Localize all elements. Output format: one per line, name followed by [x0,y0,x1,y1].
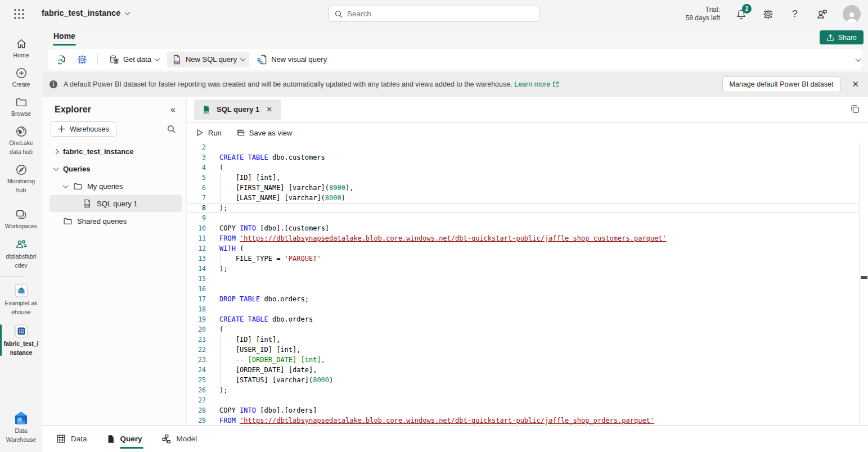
refresh-dataset-button[interactable] [53,52,70,67]
view-tab-data[interactable]: Data [56,426,87,452]
settings-gear-button[interactable] [74,52,91,67]
code-line-28[interactable]: 28COPY INTO [dbo].[orders] [187,405,859,415]
rail-item-workspace-dbtlabsfabricdev[interactable]: dbtlabsfabricdev [0,234,42,273]
banner-close-icon[interactable]: ✕ [849,79,861,89]
banner-message: A default Power BI dataset for faster re… [64,80,559,88]
tree-item-fabric-test-instance[interactable]: fabric_test_instance [50,143,182,160]
view-tab-query[interactable]: Query [106,426,142,452]
new-visual-query-button[interactable]: New visual query [253,52,331,67]
topbar-actions: Trial: 58 days left 2 ? [686,0,868,28]
code-line-18[interactable]: 18 [187,304,859,314]
database-icon [109,55,119,65]
code-line-29[interactable]: 29FROM 'https://dbtlabsynapsedatalake.bl… [187,415,859,425]
code-text: [LAST_NAME] [varchar](8000) [219,193,345,203]
code-line-8[interactable]: 8); [187,203,859,213]
code-line-19[interactable]: 19CREATE TABLE dbo.orders [187,314,859,324]
tree-item-queries[interactable]: Queries [50,160,182,177]
rail-item-home[interactable]: Home [0,34,42,63]
run-button[interactable]: Run [196,129,222,137]
code-line-4[interactable]: 4( [187,162,859,173]
editor-scrollbar[interactable] [860,142,868,425]
learn-more-link[interactable]: Learn more [514,80,559,88]
add-warehouses-button[interactable]: Warehouses [51,121,116,137]
code-text: FROM 'https://dbtlabsynapsedatalake.blob… [219,233,667,243]
tree-item-my-queries[interactable]: My queries [50,178,182,195]
tab-close-icon[interactable]: ✕ [265,105,273,114]
code-line-10[interactable]: 10COPY INTO [dbo].[customers] [187,223,859,233]
code-text: ( [219,324,223,335]
code-line-20[interactable]: 20( [187,324,859,335]
rail-item-data-warehouse[interactable]: DataWarehouse [0,406,42,448]
search-input[interactable] [347,10,534,18]
new-sql-query-button[interactable]: SQL New SQL query [167,52,249,67]
code-line-23[interactable]: 23 -- [ORDER_DATE] [int], [187,355,859,365]
tree-item-shared-queries[interactable]: Shared queries [50,213,182,229]
chevron-down-icon [240,56,246,61]
code-line-24[interactable]: 24 [ORDER_DATE] [date], [187,365,859,375]
sql-code-editor[interactable]: 23CREATE TABLE dbo.customers4(5 [ID] [in… [187,142,860,425]
code-line-7[interactable]: 7 [LAST_NAME] [varchar](8000) [187,193,859,203]
rail-item-monitoring-hub[interactable]: Monitoringhub [0,160,42,198]
tree-item-sql-query-1[interactable]: SQLSQL query 1 [50,195,182,212]
code-line-15[interactable]: 15 [187,274,859,284]
code-text: FILE_TYPE = 'PARQUET' [219,254,321,264]
rail-item-create[interactable]: Create [0,63,42,92]
code-line-25[interactable]: 25 [STATUS] [varchar](8000) [187,375,859,385]
view-tab-model[interactable]: Model [161,426,197,452]
code-line-14[interactable]: 14); [187,264,859,274]
external-link-icon [552,81,559,88]
rail-item-label: fabric_test_i [4,340,39,347]
code-line-27[interactable]: 27 [187,395,859,405]
svg-text:SQL: SQL [204,110,209,113]
code-line-2[interactable]: 2 [187,142,859,152]
code-line-6[interactable]: 6 [FIRST_NAME] [varchar](8000), [187,183,859,193]
global-search[interactable] [329,6,540,22]
code-line-21[interactable]: 21 [ID] [int], [187,335,859,345]
rail-item-item-examplelakehouse[interactable]: ExampleLakehouse [0,279,42,320]
save-as-view-button[interactable]: Save as view [236,129,293,137]
get-data-button[interactable]: Get data [105,52,164,67]
settings-button[interactable] [762,8,774,20]
rail-item-item-fabric-test-instance[interactable]: fabric_test_instance [0,320,42,360]
code-line-12[interactable]: 12WITH ( [187,243,859,254]
notifications-button[interactable]: 2 [735,8,747,20]
code-line-26[interactable]: 26); [187,385,859,395]
line-number: 13 [187,254,206,264]
rail-item-workspaces[interactable]: Workspaces [0,204,42,234]
folder-icon [73,182,83,191]
line-number: 7 [187,193,206,203]
app-launcher-icon[interactable] [12,7,26,21]
feedback-button[interactable] [816,8,828,20]
share-button[interactable]: Share [820,30,863,44]
code-text: DROP TABLE dbo.orders; [219,294,309,304]
line-number: 22 [187,345,206,355]
model-icon [161,434,172,444]
manage-dataset-button[interactable]: Manage default Power BI dataset [722,76,841,92]
line-number: 26 [187,385,206,395]
code-line-9[interactable]: 9 [187,213,859,223]
copy-icon[interactable] [851,105,860,114]
chevron-down-icon[interactable] [53,165,59,171]
rail-item-onelake-data-hub[interactable]: OneLakedata hub [0,121,42,160]
rail-item-label: Browse [11,110,31,117]
chevron-down-icon[interactable] [62,183,68,188]
chevron-right-icon[interactable] [53,148,59,154]
tree-item-label: SQL query 1 [97,200,138,208]
code-line-17[interactable]: 17DROP TABLE dbo.orders; [187,294,859,304]
code-line-16[interactable]: 16 [187,284,859,294]
ribbon-collapse-chevron[interactable] [856,54,860,64]
tab-home[interactable]: Home [47,30,82,42]
explorer-search-icon[interactable] [167,125,176,133]
tab-sql-query-1[interactable]: SQL SQL query 1 ✕ [194,100,281,120]
collapse-panel-icon[interactable]: « [170,105,176,115]
workspace-switcher[interactable]: fabric_test_instance [42,8,129,17]
line-number: 9 [187,213,206,223]
code-line-5[interactable]: 5 [ID] [int], [187,173,859,183]
code-line-13[interactable]: 13 FILE_TYPE = 'PARQUET' [187,254,859,264]
code-line-22[interactable]: 22 [USER_ID] [int], [187,345,859,355]
code-line-11[interactable]: 11FROM 'https://dbtlabsynapsedatalake.bl… [187,233,859,243]
rail-item-browse[interactable]: Browse [0,92,42,121]
code-line-3[interactable]: 3CREATE TABLE dbo.customers [187,152,859,162]
help-button[interactable]: ? [789,8,801,20]
avatar[interactable] [843,5,861,23]
